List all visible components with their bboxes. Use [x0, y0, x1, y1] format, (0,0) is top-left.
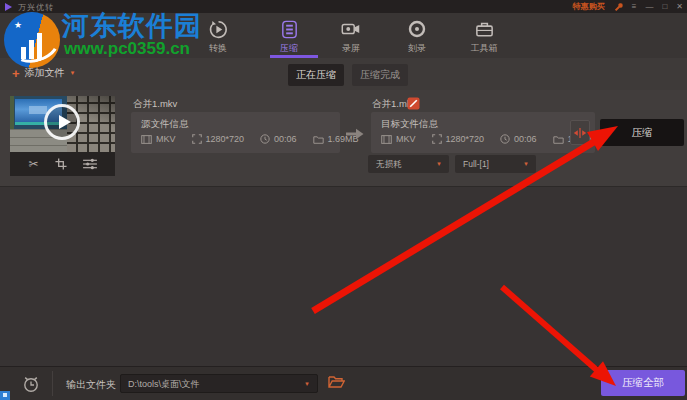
compress-icon: [263, 17, 315, 41]
folder-icon: [313, 135, 324, 144]
preset-value: Full-[1]: [463, 159, 489, 169]
quality-value: 无损耗: [376, 159, 402, 169]
nav-label: 转换: [192, 42, 244, 55]
open-folder-button[interactable]: [328, 375, 345, 393]
add-files-label: 添加文件: [25, 66, 65, 80]
output-path-select[interactable]: D:\tools\桌面\文件 ▼: [120, 374, 318, 393]
minimize-icon[interactable]: —: [645, 3, 653, 11]
format-value: MKV: [141, 134, 176, 144]
nav-item-convert[interactable]: 转换: [192, 17, 244, 57]
duration-value: 00:06: [500, 134, 537, 144]
main-nav: 转换 压缩 录屏: [0, 13, 687, 58]
nav-item-compress[interactable]: 压缩: [263, 17, 315, 57]
crop-icon[interactable]: [55, 158, 67, 170]
source-info-title: 源文件信息: [141, 118, 189, 131]
burn-icon: [391, 17, 443, 41]
output-folder-label: 输出文件夹: [66, 378, 116, 392]
maximize-icon[interactable]: □: [662, 3, 667, 11]
clip-tools: ✂: [10, 152, 115, 176]
plus-icon: +: [12, 67, 20, 80]
trim-icon[interactable]: ✂: [28, 158, 38, 170]
preset-dropdown[interactable]: Full-[1] ▼: [455, 155, 536, 173]
red-arrow-to-compress-all: [502, 287, 599, 372]
video-thumbnail: [10, 96, 115, 152]
schedule-timer-icon[interactable]: [22, 375, 40, 397]
target-info-panel: 目标文件信息 MKV 1280*720: [371, 112, 595, 153]
corner-artifact: [0, 391, 10, 400]
film-icon: [141, 135, 152, 144]
output-path-value: D:\tools\桌面\文件: [128, 378, 200, 391]
buy-now-link[interactable]: 特惠购买: [573, 1, 605, 12]
nav-label: 工具箱: [458, 42, 510, 55]
effects-settings-icon[interactable]: [83, 158, 97, 170]
duration-value: 00:06: [260, 134, 297, 144]
screen-record-icon: [325, 17, 377, 41]
source-file-name: 合并1.mkv: [133, 98, 177, 111]
app-window: 万兴优转 特惠购买 ≡ — □ ✕ 转换: [0, 0, 687, 400]
nav-label: 压缩: [263, 42, 315, 55]
tab-compressing[interactable]: 正在压缩: [288, 64, 344, 86]
folder-icon: [553, 135, 564, 144]
compress-all-button[interactable]: 压缩全部: [601, 370, 685, 396]
close-icon[interactable]: ✕: [676, 3, 683, 11]
source-info-panel: 源文件信息 MKV 1280*720: [131, 112, 340, 153]
bottombar: 输出文件夹 D:\tools\桌面\文件 ▼ 压缩全部: [0, 366, 687, 400]
format-value: MKV: [381, 134, 416, 144]
compress-button[interactable]: 压缩: [600, 119, 684, 146]
chevron-down-icon: ▼: [523, 155, 529, 173]
add-files-button[interactable]: + 添加文件 ▼: [12, 66, 76, 80]
folder-open-icon: [328, 375, 345, 389]
compare-icon: [573, 127, 587, 139]
arrow-right-icon: [346, 126, 364, 144]
clock-icon: [260, 134, 270, 144]
video-thumbnail-block: ✂: [10, 96, 115, 176]
resize-icon: [432, 134, 442, 144]
convert-icon: [192, 17, 244, 41]
chevron-down-icon: ▼: [70, 70, 76, 76]
menu-icon[interactable]: ≡: [632, 3, 637, 11]
chevron-down-icon: ▼: [436, 155, 442, 173]
nav-item-toolbox[interactable]: 工具箱: [458, 17, 510, 57]
resolution-value: 1280*720: [192, 134, 245, 144]
app-title: 万兴优转: [18, 2, 54, 13]
preview-compare-button[interactable]: [570, 120, 590, 145]
toolbar: + 添加文件 ▼ 正在压缩 压缩完成: [0, 58, 687, 90]
quality-dropdown[interactable]: 无损耗 ▼: [368, 155, 449, 173]
nav-label: 录屏: [325, 42, 377, 55]
chevron-down-icon: ▼: [304, 381, 310, 387]
nav-item-screen-record[interactable]: 录屏: [325, 17, 377, 57]
film-icon: [381, 135, 392, 144]
nav-label: 刻录: [391, 42, 443, 55]
tab-compressed[interactable]: 压缩完成: [352, 64, 408, 86]
titlebar: 万兴优转 特惠购买 ≡ — □ ✕: [0, 0, 687, 13]
divider: [52, 371, 53, 396]
compress-tabs: 正在压缩 压缩完成: [288, 64, 408, 86]
toolbox-icon: [458, 17, 510, 41]
resize-icon: [192, 134, 202, 144]
task-row: ✂: [0, 90, 687, 187]
resolution-value: 1280*720: [432, 134, 485, 144]
target-info-title: 目标文件信息: [381, 118, 438, 131]
play-button[interactable]: [44, 104, 80, 140]
app-logo-icon: [5, 3, 12, 11]
clock-icon: [500, 134, 510, 144]
nav-item-burn[interactable]: 刻录: [391, 17, 443, 57]
